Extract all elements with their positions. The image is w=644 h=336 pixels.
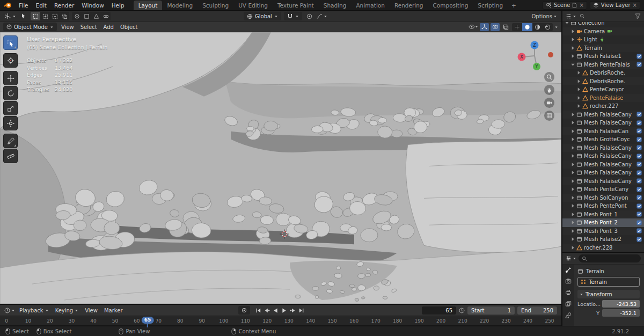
tool-scale-button[interactable] bbox=[3, 101, 18, 115]
outliner-item-label[interactable]: Mesh FalaiseCany bbox=[584, 162, 632, 167]
properties-tab-render-icon[interactable] bbox=[565, 278, 572, 284]
expand-right-icon[interactable] bbox=[576, 87, 582, 92]
outliner-row[interactable]: Mesh SolCanyon bbox=[562, 194, 644, 202]
outliner-item-label[interactable]: Mesh SolCanyon bbox=[584, 195, 628, 201]
options-dropdown[interactable]: Options bbox=[531, 13, 557, 19]
expand-down-icon[interactable] bbox=[570, 62, 576, 67]
transform-panel-header[interactable]: Transform bbox=[577, 290, 640, 298]
collection-checkbox[interactable] bbox=[636, 162, 642, 167]
unlink-scene-icon[interactable]: × bbox=[579, 3, 583, 8]
pivot-option-1-button[interactable] bbox=[72, 12, 82, 20]
outliner-item-label[interactable]: PenteCanyor bbox=[590, 86, 624, 92]
timeline-menu-marker[interactable]: Marker bbox=[101, 308, 126, 313]
tool-select-box-button[interactable] bbox=[3, 35, 18, 50]
prev-keyframe-button[interactable] bbox=[263, 306, 271, 315]
collection-checkbox[interactable] bbox=[636, 187, 642, 192]
outliner-row[interactable]: Mesh PenteCany bbox=[562, 185, 644, 194]
outliner-item-label[interactable]: rocher.228 bbox=[584, 245, 612, 251]
outliner-row[interactable]: Mesh Falaise2 bbox=[562, 235, 644, 244]
menu-file[interactable]: File bbox=[15, 0, 32, 10]
workspace-tab-layout[interactable]: Layout bbox=[134, 1, 163, 10]
workspace-tab-texture-paint[interactable]: Texture Paint bbox=[273, 1, 319, 10]
collection-checkbox[interactable] bbox=[636, 170, 642, 176]
collection-breadcrumb[interactable]: Terrain bbox=[577, 267, 640, 276]
shading-solid-button[interactable] bbox=[522, 23, 532, 31]
object-name-field[interactable]: Terrain bbox=[577, 277, 640, 287]
outliner-row[interactable]: Mesh FalaiseCany bbox=[562, 160, 644, 169]
expand-right-icon[interactable] bbox=[570, 212, 576, 217]
outliner-row[interactable]: rocher.228 bbox=[562, 244, 644, 252]
outliner-item-label[interactable]: Light bbox=[584, 36, 597, 42]
expand-right-icon[interactable] bbox=[570, 245, 576, 250]
workspace-tab-shading[interactable]: Shading bbox=[319, 1, 352, 10]
timeline-menu-playback[interactable]: Playback bbox=[16, 308, 52, 313]
expand-right-icon[interactable] bbox=[570, 29, 576, 34]
timeline-editor-dropdown[interactable] bbox=[4, 308, 15, 313]
tool-rotate-button[interactable] bbox=[3, 86, 18, 100]
outliner-row[interactable]: PenteFalaise bbox=[562, 94, 644, 103]
outliner-item-label[interactable]: Mesh FalaiseCan bbox=[584, 128, 628, 134]
outliner-row[interactable]: Mesh Falaise1 bbox=[562, 52, 644, 61]
expand-right-icon[interactable] bbox=[570, 162, 576, 167]
auto-keying-toggle[interactable] bbox=[238, 306, 250, 315]
collection-checkbox[interactable] bbox=[636, 178, 642, 184]
pivot-option-2-button[interactable] bbox=[82, 12, 91, 20]
expand-right-icon[interactable] bbox=[570, 179, 576, 184]
workspace-tab-rendering[interactable]: Rendering bbox=[390, 1, 428, 10]
outliner-item-label[interactable]: Mesh PentePont bbox=[584, 203, 627, 209]
collection-checkbox[interactable] bbox=[636, 203, 642, 209]
outliner-row[interactable]: Mesh FalaiseCany bbox=[562, 152, 644, 160]
expand-right-icon[interactable] bbox=[570, 37, 576, 42]
frame-start-field[interactable]: Start 1 bbox=[467, 306, 515, 315]
properties-tab-view-layer-icon[interactable] bbox=[565, 301, 572, 307]
workspace-tab-sculpting[interactable]: Sculpting bbox=[197, 1, 233, 10]
outliner-item-label[interactable]: Mesh FalaiseCany bbox=[584, 145, 632, 151]
editor-type-dropdown[interactable] bbox=[4, 13, 16, 19]
collection-checkbox[interactable] bbox=[636, 137, 642, 142]
expand-right-icon[interactable] bbox=[570, 203, 576, 208]
tool-transform-button[interactable] bbox=[3, 116, 18, 130]
timeline-menu-keying[interactable]: Keying bbox=[52, 308, 82, 313]
shading-rendered-button[interactable] bbox=[543, 23, 553, 31]
location-x-field[interactable]: -243.53 bbox=[602, 300, 640, 308]
outliner-item-label[interactable]: Collection bbox=[578, 22, 604, 26]
show-gizmo-toggle[interactable] bbox=[480, 23, 489, 31]
expand-right-icon[interactable] bbox=[570, 195, 576, 200]
collection-checkbox[interactable] bbox=[636, 145, 642, 150]
collection-checkbox[interactable] bbox=[636, 54, 642, 59]
workspace-tab-uv-editing[interactable]: UV Editing bbox=[233, 1, 273, 10]
collection-checkbox[interactable] bbox=[636, 220, 642, 225]
expand-right-icon[interactable] bbox=[570, 229, 576, 233]
timeline-menu-view[interactable]: View bbox=[82, 308, 101, 313]
tool-annotate-button[interactable] bbox=[3, 134, 18, 148]
outliner-row[interactable]: Mesh FalaiseCan bbox=[562, 127, 644, 136]
select-mode-extend-button[interactable] bbox=[40, 12, 50, 20]
expand-right-icon[interactable] bbox=[576, 70, 582, 75]
expand-down-icon[interactable] bbox=[564, 22, 570, 25]
menu-window[interactable]: Window bbox=[78, 0, 107, 10]
outliner-item-label[interactable]: Mesh FalaiseCany bbox=[584, 112, 632, 118]
collection-checkbox[interactable] bbox=[636, 195, 642, 200]
expand-right-icon[interactable] bbox=[570, 137, 576, 142]
outliner-item-label[interactable]: Mesh Pont_2 bbox=[584, 220, 618, 225]
collection-checkbox[interactable] bbox=[636, 228, 642, 233]
outliner-row[interactable]: DebrisRoche. bbox=[562, 77, 644, 86]
outliner-row[interactable]: Mesh Pont_1 bbox=[562, 210, 644, 219]
outliner-row[interactable]: Mesh FalaiseCany bbox=[562, 177, 644, 186]
location-y-field[interactable]: -352.1 bbox=[602, 309, 640, 317]
expand-right-icon[interactable] bbox=[570, 54, 576, 59]
pivot-option-3-button[interactable] bbox=[91, 12, 101, 20]
blender-logo-icon[interactable] bbox=[0, 0, 15, 10]
jump-start-button[interactable] bbox=[254, 306, 262, 315]
active-tool-icon[interactable] bbox=[19, 12, 28, 20]
outliner-filter-icon[interactable] bbox=[635, 13, 641, 19]
perspective-toggle-icon[interactable] bbox=[544, 111, 554, 121]
outliner-row[interactable]: Mesh FalaiseCany bbox=[562, 169, 644, 177]
expand-right-icon[interactable] bbox=[570, 145, 576, 150]
viewport-menu-object[interactable]: Object bbox=[117, 24, 141, 30]
collection-checkbox[interactable] bbox=[636, 237, 642, 242]
menu-render[interactable]: Render bbox=[50, 0, 78, 10]
outliner-row[interactable]: Mesh Pont_2 bbox=[562, 218, 644, 227]
collection-checkbox[interactable] bbox=[636, 154, 642, 159]
viewport-menu-add[interactable]: Add bbox=[100, 24, 117, 30]
